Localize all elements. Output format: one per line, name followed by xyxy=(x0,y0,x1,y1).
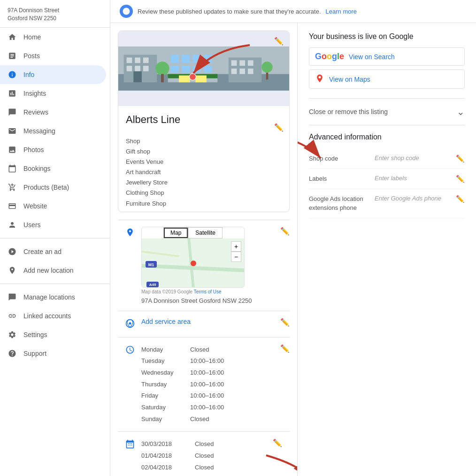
categories-edit-button[interactable]: ✏️ xyxy=(274,123,284,132)
svg-rect-10 xyxy=(143,66,149,71)
sidebar-item-bookings[interactable]: Bookings xyxy=(0,159,106,178)
labels-row: Labels Enter labels ✏️ xyxy=(309,169,465,189)
sidebar-item-insights[interactable]: Insights xyxy=(0,84,106,103)
linked-accounts-icon xyxy=(8,311,17,321)
svg-rect-24 xyxy=(195,76,206,83)
business-info-body: ✏️ Alberts Line xyxy=(118,106,289,136)
svg-rect-34 xyxy=(161,74,164,83)
products-icon xyxy=(8,183,17,192)
sidebar-item-manage-locations[interactable]: Manage locations xyxy=(0,288,106,307)
live-title: Your business is live on Google xyxy=(309,32,465,41)
left-panel: ✏️ Alberts Line ✏️ Shop Gift shop Events… xyxy=(110,23,298,476)
svg-rect-5 xyxy=(127,58,132,63)
special-date-row-1: 30/03/2018 Closed xyxy=(141,438,266,450)
svg-rect-14 xyxy=(182,55,190,63)
svg-rect-28 xyxy=(239,60,245,66)
advanced-title: Advanced information xyxy=(309,133,465,141)
view-on-maps-button[interactable]: View on Maps xyxy=(309,69,465,89)
sidebar-item-create-ad[interactable]: Create an ad xyxy=(0,242,106,261)
business-card: ✏️ Alberts Line ✏️ Shop Gift shop Events… xyxy=(118,31,290,212)
labels-label: Labels xyxy=(309,175,370,183)
svg-point-33 xyxy=(155,61,169,75)
svg-point-25 xyxy=(189,74,196,80)
google-icon xyxy=(120,5,133,18)
sidebar-item-users[interactable]: Users xyxy=(0,215,106,234)
category-item: Art handcraft xyxy=(126,167,282,177)
svg-rect-32 xyxy=(248,69,253,74)
main-content: Review these published updates to make s… xyxy=(110,0,476,476)
service-area-icon xyxy=(125,319,135,330)
sidebar: 97A Donnison Street Gosford NSW 2250 Hom… xyxy=(0,0,110,476)
special-hours-edit-button[interactable]: ✏️ xyxy=(273,438,282,447)
map-content: Map Satellite M1 xyxy=(141,227,282,304)
sidebar-item-reviews[interactable]: Reviews xyxy=(0,103,106,122)
category-item: Shop xyxy=(126,136,282,146)
map-attribution: Map data ©2019 Google Terms of Use xyxy=(141,289,282,294)
sidebar-item-info[interactable]: Info xyxy=(0,65,106,84)
hours-row-wednesday: Wednesday 10:00–16:00 xyxy=(141,367,282,379)
manage-locations-icon xyxy=(8,292,17,302)
business-name-edit-button[interactable]: ✏️ xyxy=(274,37,284,46)
website-icon xyxy=(8,201,17,211)
labels-edit-button[interactable]: ✏️ xyxy=(456,175,465,183)
messaging-icon xyxy=(8,126,17,136)
view-on-search-button[interactable]: Google View on Search xyxy=(309,47,465,66)
svg-rect-9 xyxy=(135,66,140,71)
settings-icon xyxy=(8,330,17,339)
service-area-edit-button[interactable]: ✏️ xyxy=(280,318,290,327)
sidebar-item-linked-accounts[interactable]: Linked accounts xyxy=(0,307,106,325)
svg-rect-29 xyxy=(248,60,253,66)
svg-rect-17 xyxy=(171,66,179,73)
map-container: Map Satellite M1 xyxy=(141,227,245,288)
category-item: Events Venue xyxy=(126,157,282,167)
learn-more-link[interactable]: Learn more xyxy=(326,8,357,15)
svg-rect-27 xyxy=(231,60,237,66)
svg-rect-13 xyxy=(171,55,179,63)
hours-edit-button[interactable]: ✏️ xyxy=(280,344,290,353)
svg-rect-20 xyxy=(204,66,212,73)
close-remove-toggle[interactable]: Close or remove this listing ⌄ xyxy=(309,106,465,117)
svg-point-50 xyxy=(319,76,321,78)
sidebar-item-posts[interactable]: Posts xyxy=(0,46,106,65)
info-icon xyxy=(8,70,17,79)
map-zoom-in-button[interactable]: + xyxy=(231,241,241,252)
google-ads-phone-value: Enter Google Ads phone xyxy=(375,195,451,202)
hours-row-saturday: Saturday 10:00–16:00 xyxy=(141,402,282,414)
shop-code-edit-button[interactable]: ✏️ xyxy=(456,154,465,163)
maps-icon xyxy=(315,74,324,84)
svg-rect-15 xyxy=(193,55,201,63)
google-ads-phone-edit-button[interactable]: ✏️ xyxy=(456,195,465,203)
map-zoom-controls: + − xyxy=(231,241,241,262)
svg-rect-11 xyxy=(133,71,142,82)
google-ads-phone-row: Google Ads location extensions phone Ent… xyxy=(309,189,465,218)
sidebar-item-products[interactable]: Products (Beta) xyxy=(0,178,106,197)
sidebar-item-home[interactable]: Home xyxy=(0,28,106,46)
map-terms-link[interactable]: Terms of Use xyxy=(194,289,222,294)
shop-code-label: Shop code xyxy=(309,154,370,163)
satellite-tab-button[interactable]: Satellite xyxy=(188,227,223,238)
location-edit-button[interactable]: ✏️ xyxy=(280,227,290,236)
hours-content: Monday Closed Tuesday 10:00–16:00 Wednes… xyxy=(141,344,282,425)
category-item: Gift shop xyxy=(126,146,282,157)
users-icon xyxy=(8,220,17,230)
map-zoom-out-button[interactable]: − xyxy=(231,252,241,262)
svg-rect-31 xyxy=(239,69,245,74)
labels-value: Enter labels xyxy=(375,175,451,182)
map-tab-button[interactable]: Map xyxy=(163,227,188,238)
sidebar-item-website[interactable]: Website xyxy=(0,197,106,215)
business-name: Alberts Line xyxy=(126,114,282,126)
hours-row-sunday: Sunday Closed xyxy=(141,414,282,425)
svg-point-48 xyxy=(129,322,131,324)
special-hours-row: 30/03/2018 Closed 01/04/2018 Closed 02/0… xyxy=(118,431,290,476)
advanced-section: Advanced information Shop code Enter sho… xyxy=(309,133,465,218)
sidebar-item-support[interactable]: Support xyxy=(0,344,106,363)
sidebar-item-photos[interactable]: Photos xyxy=(0,140,106,159)
sidebar-item-settings[interactable]: Settings xyxy=(0,325,106,344)
svg-rect-36 xyxy=(266,73,269,80)
posts-icon xyxy=(8,51,17,61)
close-remove-section: Close or remove this listing ⌄ xyxy=(309,106,465,117)
svg-point-0 xyxy=(123,8,130,15)
sidebar-item-messaging[interactable]: Messaging xyxy=(0,122,106,140)
sidebar-item-add-location[interactable]: Add new location xyxy=(0,261,106,280)
svg-rect-7 xyxy=(143,58,149,63)
